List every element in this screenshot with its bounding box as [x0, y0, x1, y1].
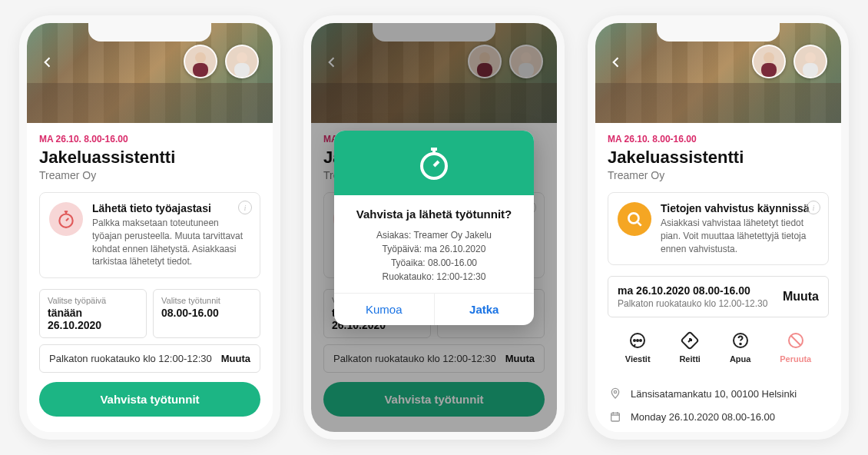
svg-point-0 — [195, 52, 206, 63]
select-label: Valitse työtunnit — [161, 296, 252, 305]
avatar[interactable] — [752, 45, 786, 78]
modal-title: Vahvista ja lähetä työtunnit? — [346, 208, 522, 221]
svg-rect-40 — [803, 63, 818, 77]
avatar[interactable] — [184, 45, 217, 78]
confirm-hours-button[interactable]: Vahvista työtunnit — [39, 382, 260, 417]
select-value: 08.00-16.00 — [161, 307, 252, 319]
page-title: Jakeluassistentti — [39, 148, 260, 168]
magnifier-icon — [618, 202, 651, 236]
svg-point-41 — [628, 213, 638, 223]
modal-overlay[interactable]: Vahvista ja lähetä työtunnit? Asiakas: T… — [311, 23, 557, 432]
avatar-icon — [227, 46, 257, 77]
svg-point-45 — [637, 340, 638, 341]
select-workday[interactable]: Valitse työpäivä tänään 26.10.2020 — [39, 289, 147, 338]
action-route[interactable]: Reitti — [111, 430, 132, 432]
svg-line-42 — [638, 222, 641, 225]
avatar-icon — [754, 46, 784, 77]
svg-point-44 — [634, 340, 635, 341]
svg-rect-53 — [611, 413, 620, 422]
change-summary-link[interactable]: Muuta — [783, 290, 819, 304]
company-label: Treamer Oy — [39, 169, 260, 181]
modal-client: Asiakas: Treamer Oy Jakelu — [346, 228, 522, 242]
detail-text: Länsisatamankatu 10, 00100 Helsinki — [631, 388, 797, 400]
card-title: Lähetä tieto työajastasi — [92, 202, 250, 214]
avatar[interactable] — [793, 45, 827, 78]
detail-datetime: Monday 26.10.2020 08.00-16.00 — [608, 405, 829, 428]
avatar[interactable] — [225, 45, 259, 78]
summary-break: Palkaton ruokatauko klo 12.00-12.30 — [618, 298, 767, 309]
action-row: Viestit Reitti Apua — [39, 430, 260, 432]
action-label: Viestit — [625, 354, 651, 364]
chevron-left-icon — [608, 55, 624, 70]
avatar-icon — [795, 46, 826, 77]
card-desc: Asiakkasi vahvistaa lähetetyt tiedot pia… — [661, 217, 819, 255]
action-messages[interactable]: Viestit — [57, 430, 82, 432]
change-break-link[interactable]: Muuta — [221, 353, 250, 364]
detail-text: Monday 26.10.2020 08.00-16.00 — [631, 411, 775, 423]
svg-point-2 — [237, 52, 247, 63]
svg-line-51 — [791, 336, 800, 345]
screen-2: MA 26.10. 8.00-16.00 Jakeluassistentti T… — [311, 23, 557, 432]
info-icon[interactable]: i — [807, 201, 820, 214]
screen-3: MA 26.10. 8.00-16.00 Jakeluassistentti T… — [595, 23, 841, 432]
action-cancel[interactable]: Peruuta — [780, 330, 811, 364]
action-row: Viestit Reitti Apua Peruuta — [608, 330, 829, 371]
break-text: Palkaton ruokatauko klo 12:00-12:30 — [49, 353, 212, 364]
screen-1: MA 26.10. 8.00-16.00 Jakeluassistentti T… — [27, 23, 273, 432]
company-label: Treamer Oy — [608, 169, 829, 181]
stopwatch-icon — [416, 144, 452, 181]
cancel-icon — [217, 430, 238, 432]
confirm-modal: Vahvista ja lähetä työtunnit? Asiakas: T… — [334, 131, 534, 325]
calendar-icon — [609, 410, 621, 423]
route-icon — [679, 330, 701, 351]
action-help[interactable]: Apua — [161, 430, 183, 432]
action-cancel[interactable]: Peruuta — [211, 430, 243, 432]
avatar-group — [752, 45, 827, 78]
help-icon — [161, 430, 183, 432]
svg-rect-3 — [234, 63, 250, 77]
action-help[interactable]: Apua — [730, 330, 751, 364]
card-desc: Palkka maksetaan toteutuneen työajan per… — [92, 217, 250, 268]
card-title: Tietojen vahvistus käynnissä — [661, 202, 819, 214]
date-line: MA 26.10. 8.00-16.00 — [608, 134, 829, 144]
summary-datetime: ma 26.10.2020 08.00-16.00 — [618, 284, 767, 297]
modal-break: Ruokatauko: 12:00-12:30 — [346, 270, 522, 284]
select-label: Valitse työpäivä — [48, 296, 138, 305]
page-title: Jakeluassistentti — [608, 148, 829, 168]
chat-icon — [58, 430, 80, 432]
chat-icon — [627, 330, 648, 351]
svg-rect-38 — [761, 63, 777, 77]
detail-address: Länsisatamankatu 10, 00100 Helsinki — [608, 382, 829, 405]
phone-notch — [657, 23, 780, 42]
help-icon — [730, 330, 751, 351]
back-button[interactable] — [605, 51, 628, 74]
modal-header — [334, 131, 534, 195]
svg-point-49 — [740, 344, 741, 345]
detail-total: Yhteensä 75,00€ — [608, 428, 829, 432]
summary-box: ma 26.10.2020 08.00-16.00 Palkaton ruoka… — [608, 276, 829, 317]
back-button[interactable] — [36, 51, 59, 74]
phone-frame-2: MA 26.10. 8.00-16.00 Jakeluassistentti T… — [303, 15, 565, 440]
break-row: Palkaton ruokatauko klo 12:00-12:30 Muut… — [39, 344, 260, 373]
svg-point-37 — [764, 52, 774, 63]
select-hours[interactable]: Valitse työtunnit 08.00-16.00 — [153, 289, 260, 338]
action-label: Reitti — [679, 354, 701, 364]
detail-list: Länsisatamankatu 10, 00100 Helsinki Mond… — [608, 382, 829, 432]
chevron-left-icon — [40, 55, 55, 70]
modal-day: Työpäivä: ma 26.10.2020 — [346, 242, 522, 256]
stopwatch-icon — [49, 202, 83, 236]
avatar-group — [184, 45, 259, 78]
svg-point-52 — [614, 391, 616, 394]
cancel-icon — [785, 330, 807, 351]
info-icon[interactable]: i — [238, 201, 252, 214]
send-info-card: Lähetä tieto työajastasi Palkka maksetaa… — [39, 192, 260, 278]
svg-point-4 — [59, 214, 72, 227]
svg-point-39 — [805, 52, 816, 63]
action-route[interactable]: Reitti — [679, 330, 701, 364]
action-messages[interactable]: Viestit — [625, 330, 651, 364]
modal-continue-button[interactable]: Jatka — [434, 294, 535, 325]
avatar-icon — [185, 46, 216, 77]
modal-hours: Työaika: 08.00-16.00 — [346, 256, 522, 270]
modal-cancel-button[interactable]: Kumoa — [334, 294, 434, 325]
svg-line-5 — [66, 218, 68, 221]
